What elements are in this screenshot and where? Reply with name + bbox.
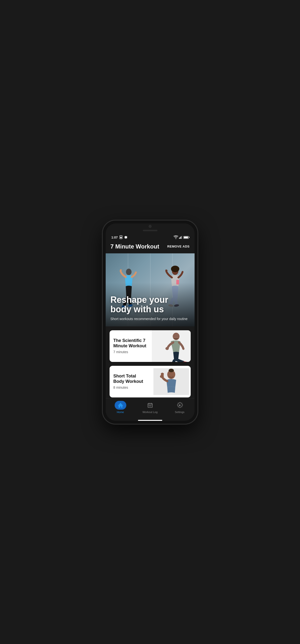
cards-section: The Scientific 7 Minute Workout 7 minute… [106,326,195,398]
svg-rect-2 [179,238,180,239]
card-2-title: Short Total Body Workout [114,374,148,384]
nav-item-settings[interactable]: Settings [165,401,195,414]
svg-rect-3 [180,237,180,239]
settings-nav-icon-wrap [174,401,186,410]
speaker [143,230,157,231]
home-nav-label: Home [117,410,124,414]
phone-screen: 1:07 [106,224,195,421]
card-1-duration: 7 minutes [114,350,148,354]
app-title: 7 Minute Workout [111,243,159,250]
home-icon [118,403,123,408]
home-nav-icon-wrap [115,401,126,410]
battery-icon [183,236,189,239]
hero-banner: Reshape your body with us Short workouts… [106,253,195,326]
card-1-title: The Scientific 7 Minute Workout [114,338,148,348]
hero-text: Reshape your body with us Short workouts… [111,295,190,322]
card-1-text: The Scientific 7 Minute Workout 7 minute… [110,333,152,359]
calendar-icon [148,403,153,408]
card-1-image [152,330,191,362]
remove-ads-button[interactable]: REMOVE ADS [167,244,190,248]
nav-item-home[interactable]: Home [106,401,135,414]
sim-icon [119,236,123,239]
svg-point-10 [171,266,179,272]
workout-card-1[interactable]: The Scientific 7 Minute Workout 7 minute… [110,330,191,362]
svg-rect-4 [181,236,181,239]
app-header: 7 Minute Workout REMOVE ADS [106,241,195,253]
hero-subtitle: Short workouts recommended for your dail… [111,317,190,322]
camera [149,225,151,228]
signal-icon [179,236,182,239]
status-right [174,236,189,239]
workout-log-nav-icon-wrap [144,401,156,410]
svg-point-6 [126,268,132,275]
svg-rect-29 [150,405,151,406]
gear-icon [124,236,128,239]
card-2-image [152,368,191,395]
nav-item-workout-log[interactable]: Workout Log [135,401,165,414]
svg-point-23 [160,372,164,375]
bottom-nav: Home Workout Log [106,398,195,418]
workout-log-nav-label: Workout Log [142,410,157,414]
home-indicator [138,420,162,421]
status-left: 1:07 [112,236,128,239]
card-2-duration: 8 minutes [114,386,148,390]
flexing-woman-svg [152,368,191,395]
settings-nav-label: Settings [175,410,185,414]
wifi-icon [174,236,178,239]
phone-frame: 1:07 [103,220,197,424]
svg-point-16 [165,347,169,350]
svg-rect-5 [181,236,182,239]
time-display: 1:07 [112,236,118,239]
scroll-content[interactable]: Reshape your body with us Short workouts… [106,253,195,398]
workout-card-2[interactable]: Short Total Body Workout 8 minutes [110,366,191,398]
hero-title: Reshape your body with us [111,295,190,314]
settings-icon [177,402,182,408]
svg-rect-14 [152,330,191,362]
svg-point-21 [168,368,174,372]
card-2-text: Short Total Body Workout 8 minutes [110,369,152,394]
svg-rect-28 [149,405,150,406]
svg-rect-24 [148,403,152,407]
svg-rect-1 [120,237,122,238]
runner-svg [152,330,191,362]
